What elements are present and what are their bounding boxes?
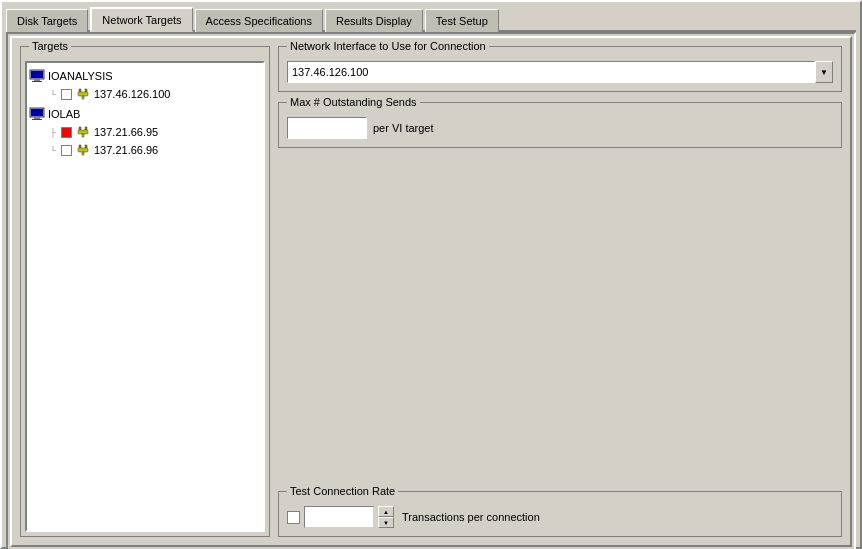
tree-item-iolab-net1[interactable]: ├ 137.21.66.95 bbox=[47, 123, 261, 141]
tab-access-specifications[interactable]: Access Specifications bbox=[195, 9, 323, 32]
tab-network-targets[interactable]: Network Targets bbox=[90, 7, 192, 32]
spinner-down-btn[interactable]: ▼ bbox=[378, 517, 394, 528]
svg-rect-7 bbox=[82, 96, 84, 99]
max-sends-input[interactable] bbox=[287, 117, 367, 139]
svg-rect-14 bbox=[78, 130, 88, 134]
tab-disk-targets[interactable]: Disk Targets bbox=[6, 9, 88, 32]
max-sends-group: Max # Outstanding Sends per VI target bbox=[278, 102, 842, 148]
checkbox-ioanalysis-net[interactable] bbox=[61, 89, 72, 100]
tree-item-ioanalysis[interactable]: IOANALYSIS bbox=[29, 67, 261, 85]
targets-panel: Targets bbox=[20, 46, 270, 537]
plug-icon-iolab1 bbox=[75, 124, 91, 140]
network-interface-select[interactable]: 137.46.126.100 bbox=[287, 61, 815, 83]
svg-rect-6 bbox=[78, 92, 88, 96]
tree-line-iolab2: └ bbox=[47, 146, 59, 155]
max-sends-suffix: per VI target bbox=[373, 122, 434, 134]
test-rate-group-label: Test Connection Rate bbox=[287, 485, 398, 497]
tree-view[interactable]: IOANALYSIS └ bbox=[25, 61, 265, 532]
svg-rect-15 bbox=[82, 134, 84, 137]
network-interface-dropdown-container: 137.46.126.100 ▼ bbox=[287, 61, 833, 83]
svg-rect-2 bbox=[34, 79, 40, 81]
right-panel: Network Interface to Use for Connection … bbox=[278, 46, 842, 537]
network-interface-group-label: Network Interface to Use for Connection bbox=[287, 40, 489, 52]
svg-rect-1 bbox=[31, 71, 43, 78]
test-rate-group: Test Connection Rate ▲ ▼ Transactions pe… bbox=[278, 491, 842, 537]
max-sends-group-label: Max # Outstanding Sends bbox=[287, 96, 420, 108]
tree-label-iolab-net2: 137.21.66.96 bbox=[94, 144, 158, 156]
network-interface-dropdown-btn[interactable]: ▼ bbox=[815, 61, 833, 83]
tab-content-outer: Targets bbox=[6, 32, 856, 549]
targets-group: Targets bbox=[20, 46, 270, 537]
svg-rect-19 bbox=[82, 152, 84, 155]
plug-icon-iolab2 bbox=[75, 142, 91, 158]
tree-item-ioanalysis-net[interactable]: └ 137.46.126.100 bbox=[47, 85, 261, 103]
network-interface-group: Network Interface to Use for Connection … bbox=[278, 46, 842, 92]
tab-content: Targets bbox=[10, 36, 852, 547]
rate-spinner: ▲ ▼ bbox=[378, 506, 394, 528]
test-rate-input[interactable] bbox=[304, 506, 374, 528]
svg-rect-18 bbox=[78, 148, 88, 152]
computer-icon bbox=[29, 68, 45, 84]
tree-label-ioanalysis: IOANALYSIS bbox=[48, 70, 113, 82]
targets-group-label: Targets bbox=[29, 40, 71, 52]
tree-line-ioanalysis: └ bbox=[47, 90, 59, 99]
main-window: Disk Targets Network Targets Access Spec… bbox=[0, 0, 862, 549]
checkbox-iolab-net2[interactable] bbox=[61, 145, 72, 156]
tab-results-display[interactable]: Results Display bbox=[325, 9, 423, 32]
tree-label-iolab-net1: 137.21.66.95 bbox=[94, 126, 158, 138]
right-panel-spacer bbox=[278, 158, 842, 481]
plug-icon-ioanalysis bbox=[75, 86, 91, 102]
tree-line-iolab1: ├ bbox=[47, 128, 59, 137]
test-rate-suffix: Transactions per connection bbox=[402, 511, 540, 523]
svg-rect-3 bbox=[32, 81, 42, 82]
tree-item-iolab-net2[interactable]: └ 137.21.66.96 bbox=[47, 141, 261, 159]
tree-item-iolab[interactable]: IOLAB bbox=[29, 105, 261, 123]
svg-rect-11 bbox=[32, 119, 42, 120]
spinner-up-btn[interactable]: ▲ bbox=[378, 506, 394, 517]
dropdown-arrow-icon: ▼ bbox=[820, 68, 828, 77]
checkbox-iolab-net1[interactable] bbox=[61, 127, 72, 138]
svg-rect-9 bbox=[31, 109, 43, 116]
tree-label-iolab: IOLAB bbox=[48, 108, 80, 120]
computer-icon-iolab bbox=[29, 106, 45, 122]
test-rate-checkbox[interactable] bbox=[287, 511, 300, 524]
tab-bar: Disk Targets Network Targets Access Spec… bbox=[6, 6, 856, 32]
max-sends-row: per VI target bbox=[287, 117, 833, 139]
svg-rect-10 bbox=[34, 117, 40, 119]
tab-test-setup[interactable]: Test Setup bbox=[425, 9, 499, 32]
test-rate-row: ▲ ▼ Transactions per connection bbox=[287, 506, 833, 528]
tree-label-ioanalysis-net: 137.46.126.100 bbox=[94, 88, 170, 100]
